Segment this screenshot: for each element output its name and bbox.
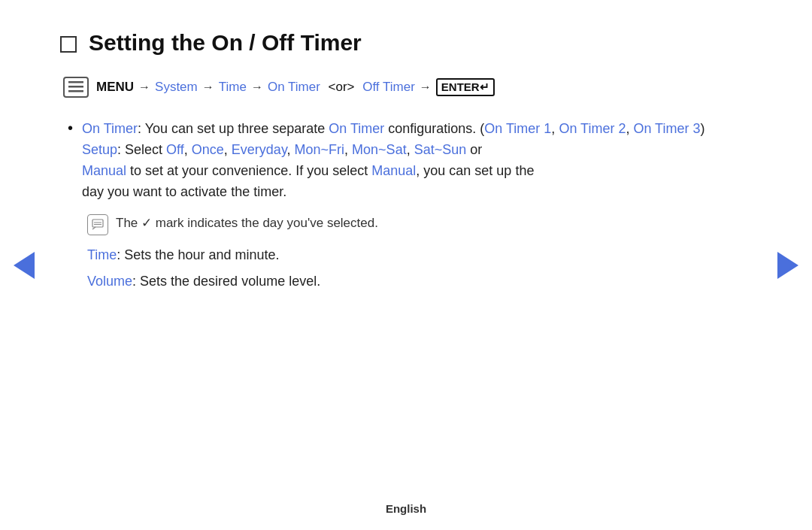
off-timer-link[interactable]: Off Timer	[362, 80, 415, 95]
everyday-option: Everyday	[232, 142, 287, 157]
setup-desc1: : Select	[117, 142, 166, 157]
note-row: The ✓ mark indicates the day you've sele…	[87, 214, 752, 235]
on-timer-desc1: : You can set up three separate	[138, 121, 329, 136]
footer-language: English	[386, 502, 426, 515]
bullet-row: • On Timer: You can set up three separat…	[68, 119, 752, 203]
on-timer-label: On Timer	[82, 121, 138, 136]
manual-label: Manual	[82, 163, 126, 178]
mon-fri-option: Mon~Fri	[295, 142, 345, 157]
sat-sun-option: Sat~Sun	[414, 142, 467, 157]
manual-label2: Manual	[371, 163, 416, 178]
on-timer-2: On Timer 2	[559, 121, 626, 136]
svg-rect-1	[68, 86, 83, 88]
menu-icon	[63, 77, 89, 98]
bullet-content: On Timer: You can set up three separate …	[82, 119, 704, 203]
title-row: Setting the On / Off Timer	[60, 30, 752, 56]
time-label: Time	[87, 247, 117, 262]
enter-icon: ENTER↵	[436, 78, 495, 96]
nav-left-arrow[interactable]	[14, 252, 35, 279]
menu-path: MENU → System → Time → On Timer <or> Off…	[63, 77, 752, 98]
arrow-1: →	[138, 80, 150, 94]
bullet-dot: •	[68, 120, 73, 203]
svg-rect-3	[92, 220, 103, 227]
note-text: The ✓ mark indicates the day you've sele…	[116, 214, 378, 233]
arrow-2: →	[202, 80, 214, 94]
checkbox-icon	[60, 36, 77, 53]
page-container: Setting the On / Off Timer MENU → System…	[0, 0, 812, 530]
volume-desc: : Sets the desired volume level.	[132, 274, 320, 289]
page-title: Setting the On / Off Timer	[89, 30, 362, 56]
nav-right-arrow[interactable]	[777, 252, 798, 279]
comma1: ,	[551, 121, 559, 136]
arrow-3: →	[251, 80, 263, 94]
once-option: Once	[192, 142, 224, 157]
off-option: Off	[166, 142, 184, 157]
on-timer-1: On Timer 1	[484, 121, 551, 136]
menu-label: MENU	[96, 80, 134, 95]
on-timer-3: On Timer 3	[633, 121, 700, 136]
close-paren: )	[700, 121, 704, 136]
sep3: ,	[287, 142, 295, 157]
setup-label: Setup	[82, 142, 117, 157]
volume-label: Volume	[87, 274, 132, 289]
setup-desc2: to set at your convenience. If you selec…	[126, 163, 371, 178]
comma2: ,	[626, 121, 633, 136]
sep1: ,	[184, 142, 192, 157]
system-link[interactable]: System	[155, 80, 198, 95]
or-label: <or>	[325, 80, 358, 95]
note-icon	[87, 214, 108, 235]
on-timer-desc2: configurations. (	[384, 121, 484, 136]
time-line: Time: Sets the hour and minute.	[87, 245, 752, 266]
time-desc: : Sets the hour and minute.	[117, 247, 279, 262]
on-timer-link[interactable]: On Timer	[268, 80, 320, 95]
setup-desc3: , you can set up the	[416, 163, 534, 178]
on-timer-label2: On Timer	[329, 121, 384, 136]
svg-rect-2	[68, 90, 83, 92]
setup-desc4: day you want to activate the timer.	[82, 184, 286, 199]
time-link[interactable]: Time	[219, 80, 247, 95]
sep2: ,	[224, 142, 232, 157]
sep4: ,	[344, 142, 352, 157]
volume-line: Volume: Sets the desired volume level.	[87, 271, 752, 292]
content-section: • On Timer: You can set up three separat…	[68, 119, 752, 292]
mon-sat-option: Mon~Sat	[352, 142, 407, 157]
arrow-4: →	[420, 80, 432, 94]
sep5: ,	[407, 142, 414, 157]
or-text: or	[466, 142, 482, 157]
svg-rect-0	[68, 81, 83, 83]
